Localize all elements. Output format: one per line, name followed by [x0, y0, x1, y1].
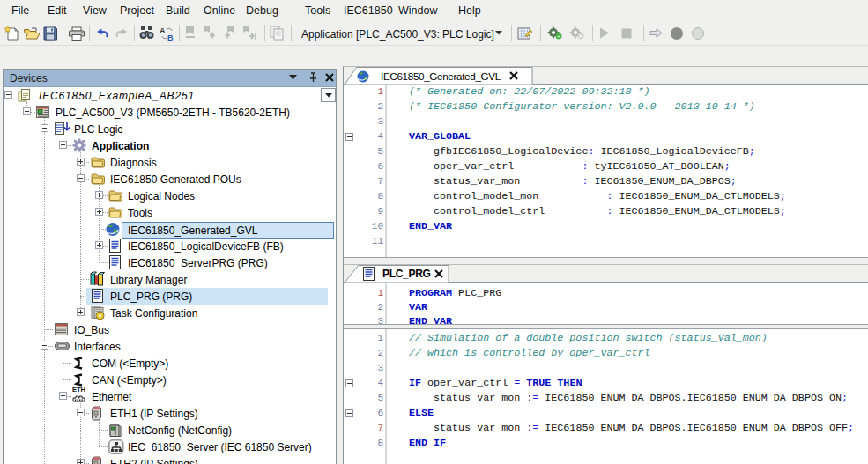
- svg-text:A: A: [160, 26, 166, 35]
- svg-text:B: B: [167, 33, 174, 41]
- svg-text:ETH: ETH: [72, 386, 85, 394]
